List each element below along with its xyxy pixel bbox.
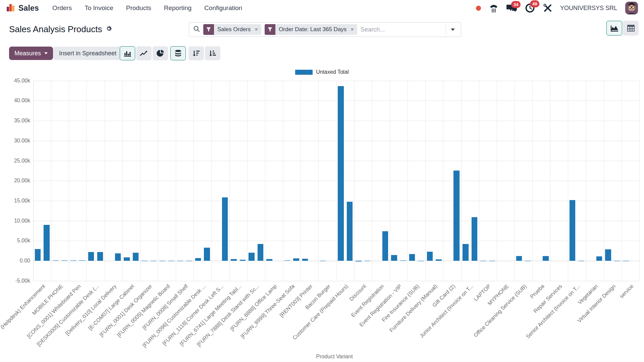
messages-icon[interactable]: 34 [506, 4, 517, 13]
bar[interactable] [418, 261, 424, 261]
bar[interactable] [614, 261, 620, 261]
systray: 34 49 YOUNIVERSYS SRL [476, 2, 638, 14]
grid-line-x [390, 81, 390, 281]
nav-item-orders[interactable]: Orders [52, 4, 72, 12]
bar[interactable] [596, 256, 602, 261]
bar[interactable] [88, 252, 94, 261]
bar[interactable] [453, 171, 460, 261]
bar[interactable] [302, 259, 308, 261]
nav-item-configuration[interactable]: Configuration [204, 4, 242, 12]
sort-ascending-button[interactable] [205, 46, 220, 60]
grid-line-x [105, 81, 105, 281]
bar[interactable] [97, 252, 103, 261]
stacked-toggle-button[interactable] [170, 46, 186, 60]
bar-chart-mode-button[interactable] [120, 46, 135, 60]
bar[interactable] [186, 261, 192, 261]
bar[interactable] [400, 260, 406, 261]
action-gear-icon[interactable] [105, 25, 112, 34]
grid-line-x [479, 81, 479, 281]
bar[interactable] [543, 256, 549, 261]
bar[interactable] [480, 261, 486, 261]
bar[interactable] [124, 257, 130, 261]
bar[interactable] [79, 260, 85, 261]
facet-remove-icon[interactable]: × [254, 24, 261, 35]
search-bar[interactable]: Sales Orders × Order Date: Last 365 Days… [189, 22, 461, 37]
nav-item-reporting[interactable]: Reporting [164, 4, 192, 12]
nav-item-products[interactable]: Products [126, 4, 151, 12]
bar[interactable] [391, 255, 397, 261]
x-tick-label: MOBILE PHONE [31, 283, 64, 316]
bar[interactable] [266, 259, 272, 261]
bar[interactable] [35, 249, 41, 261]
bar[interactable] [222, 197, 228, 261]
nav-item-to-invoice[interactable]: To Invoice [85, 4, 113, 12]
user-company-name[interactable]: YOUNIVERSYS SRL [560, 5, 617, 12]
bar[interactable] [258, 244, 264, 261]
y-tick-label: 15.00k [14, 198, 30, 204]
grid-line-x [336, 81, 337, 281]
activities-badge: 49 [530, 0, 539, 7]
bar[interactable] [463, 244, 469, 261]
x-tick-label: service [619, 283, 635, 300]
bar[interactable] [115, 253, 121, 261]
bar[interactable] [605, 249, 611, 261]
grid-line-x [140, 81, 141, 281]
x-tick-label: Prueba [529, 283, 545, 300]
bar[interactable] [365, 261, 371, 261]
user-avatar[interactable] [625, 2, 638, 14]
bar[interactable] [489, 261, 495, 261]
bar[interactable] [249, 253, 255, 261]
activities-clock-icon[interactable]: 49 [525, 3, 535, 13]
bar[interactable] [240, 260, 246, 261]
voip-phone-icon[interactable] [489, 4, 498, 12]
bar[interactable] [44, 225, 50, 261]
bar[interactable] [525, 261, 531, 261]
insert-in-spreadsheet-button[interactable]: Insert in Spreadsheet [53, 47, 122, 60]
bar[interactable] [168, 261, 174, 261]
bar[interactable] [427, 252, 433, 261]
bar[interactable] [356, 261, 362, 261]
app-name[interactable]: Sales [18, 4, 39, 13]
bar[interactable] [472, 217, 478, 261]
bar[interactable] [347, 202, 353, 261]
pie-chart-mode-button[interactable] [153, 46, 168, 60]
search-dropdown-toggle[interactable] [446, 25, 458, 34]
facet-remove-icon[interactable]: × [350, 24, 357, 35]
bar[interactable] [516, 256, 522, 261]
bar[interactable] [195, 258, 201, 261]
bar[interactable] [142, 261, 148, 261]
bar[interactable] [409, 254, 415, 261]
bar[interactable] [338, 86, 344, 261]
search-input[interactable] [357, 26, 446, 33]
bar[interactable] [61, 260, 67, 261]
bar[interactable] [284, 260, 290, 261]
search-facet-sales-orders[interactable]: Sales Orders × [203, 24, 261, 35]
measures-button[interactable]: Measures [9, 47, 53, 60]
bar[interactable] [231, 259, 237, 261]
bar[interactable] [133, 253, 139, 261]
search-icon [193, 25, 200, 34]
search-facet-order-date[interactable]: Order Date: Last 365 Days × [265, 24, 357, 35]
bar[interactable] [382, 231, 388, 261]
bar[interactable] [570, 200, 576, 261]
bar[interactable] [436, 259, 442, 261]
line-chart-mode-button[interactable] [136, 46, 152, 60]
messages-badge: 34 [511, 1, 521, 8]
bar[interactable] [320, 261, 326, 261]
sort-descending-button[interactable] [189, 46, 204, 60]
bar[interactable] [177, 261, 183, 261]
bar[interactable] [623, 261, 629, 261]
bar[interactable] [160, 261, 166, 261]
chart-legend[interactable]: Untaxed Total [0, 69, 644, 75]
grid-line-x [461, 81, 462, 281]
bar[interactable] [579, 261, 585, 261]
tools-icon[interactable] [543, 4, 552, 12]
bar[interactable] [53, 260, 59, 261]
apps-menu-button[interactable]: Sales [6, 3, 39, 13]
bar[interactable] [70, 260, 76, 261]
bar[interactable] [293, 258, 299, 261]
bar[interactable] [204, 248, 210, 261]
graph-view-button[interactable] [606, 21, 622, 36]
pivot-view-button[interactable] [623, 21, 639, 36]
bar[interactable] [151, 261, 157, 261]
